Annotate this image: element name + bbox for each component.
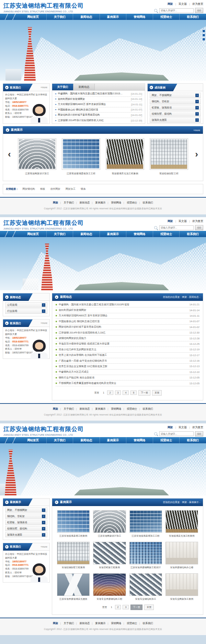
pagination-first[interactable]: 首页	[93, 390, 100, 395]
sidebar-item-company-news[interactable]: 公司新闻	[5, 302, 47, 308]
banner-dot[interactable]	[202, 38, 205, 41]
case-card[interactable]: 安迪承接钢结构办公楼	[165, 542, 198, 569]
news-title[interactable]: 不锈钢网架工程质量直接影响着建筑结构及使用安全	[59, 382, 187, 385]
nav-item-network[interactable]: 营销网络	[126, 14, 153, 20]
banner-dot[interactable]	[202, 34, 205, 37]
footer-link-keyword[interactable]: 网架	[53, 407, 58, 410]
news-row[interactable]: 不锈钢网架工程质量直接影响着建筑结构及使用安全13-12-05	[56, 380, 199, 386]
case-card[interactable]: 安迪专业承接钢结构工程	[93, 573, 126, 601]
footer-link-cases[interactable]: 案例展示	[95, 622, 106, 625]
category-item[interactable]: 钢结构、管桁架	[150, 99, 201, 104]
nav-item-jobs[interactable]: 招贤纳士	[153, 231, 180, 237]
search-go-button[interactable]: GO	[195, 225, 203, 230]
nav-item-network[interactable]: 营销网络	[126, 437, 153, 443]
footer-link-network[interactable]: 营销网络	[111, 407, 122, 410]
footer-link-jobs[interactable]: 招贤纳士	[127, 201, 137, 204]
arrow-button-icon[interactable]	[42, 521, 45, 524]
news-title[interactable]: 简单介绍几种常见的网架安装方法	[59, 348, 187, 351]
nav-item-about[interactable]: 关于我们	[46, 231, 73, 237]
news-row[interactable]: 江苏锡钢 2014年份计划实现销售收入33亿13-12-30	[56, 330, 199, 336]
footer-link-keyword[interactable]: 网架	[53, 201, 58, 204]
news-row[interactable]: 辛迪总部大楼存假冒钢筋 或成浙江最大假冒案13-12-25	[56, 341, 199, 347]
news-title[interactable]: 谈钢结构网架的抗震能力	[59, 337, 187, 340]
case-caption[interactable]: 江苏安迪承接玻璃采光屋面	[57, 597, 90, 601]
friend-link[interactable]: 网架钢结构	[23, 187, 35, 190]
category-item[interactable]: 网架、不锈钢网架	[150, 93, 201, 98]
nav-item-contact[interactable]: 联系我们	[179, 14, 206, 20]
news-title[interactable]: 中建钢构：国内最大室内主题公园工程主体封顶预计2015年迎客	[59, 303, 187, 306]
nav-item-cases[interactable]: 案例展示	[100, 231, 126, 237]
news-title[interactable]: 中国南极泰山站 钢结构主体已经封顶	[59, 320, 187, 323]
news-title[interactable]: 钢铁行业产能过剩 将出台新标准	[59, 376, 187, 379]
case-caption[interactable]: 安迪玻璃采光顶工程案例	[106, 172, 144, 175]
news-row[interactable]: 中建钢构：国内最大室内主题公园工程主体封顶预计2015年迎客14-01-21	[56, 302, 199, 307]
news-row[interactable]: 方大特钢折旧增利4800万 新年首家折旧钢企14-01-11	[56, 313, 199, 319]
footer-link-cases[interactable]: 案例展示	[95, 407, 106, 410]
case-caption[interactable]: 安迪承接钢结构办公楼	[165, 566, 198, 569]
news-title[interactable]: 中国南极泰山站 钢结构主体已经封顶	[58, 108, 129, 112]
friend-link[interactable]: 网架加工	[66, 187, 76, 190]
nav-item-news[interactable]: 新闻动态	[73, 437, 100, 443]
logo[interactable]: 江苏安迪钢结构工程有限公司 JIANGSU ANDY STEEL STRUCTU…	[3, 2, 84, 13]
case-thumbnail[interactable]	[18, 138, 56, 170]
nav-item-cases[interactable]: 案例展示	[100, 437, 126, 443]
news-title[interactable]: 方大特钢折旧增利4800万 新年首家折旧钢企	[59, 314, 187, 317]
tab-news[interactable]: 新闻动态	[73, 84, 95, 90]
arrow-button-icon[interactable]	[42, 303, 45, 307]
nav-item-news[interactable]: 新闻动态	[73, 14, 100, 20]
pagination-page[interactable]: 2	[107, 390, 113, 395]
pagination-page[interactable]: 4	[123, 390, 129, 395]
footer-link-news[interactable]: 新闻动态	[79, 407, 90, 410]
category-item[interactable]: 网架、不锈钢网架	[5, 507, 47, 513]
case-thumbnail[interactable]	[106, 138, 144, 170]
contact-more-link[interactable]: +more	[41, 86, 47, 89]
news-title[interactable]: 中建钢构：国内最大室内主题公园工程主体封顶预计2015…	[58, 92, 129, 95]
contact-more-link[interactable]: +more	[41, 322, 47, 324]
case-caption[interactable]: 江苏安迪承接钢网架工程设计	[129, 566, 162, 569]
pagination-next[interactable]: 下一页	[138, 390, 150, 396]
case-card[interactable]: 江苏安迪承接玻璃采光屋面	[57, 573, 90, 601]
search-input[interactable]	[159, 8, 194, 13]
case-caption[interactable]: 江苏安迪玻璃幕墙工程案例	[57, 534, 90, 538]
news-row[interactable]: 世界上最大的伞形钢构 在河南郑州下线施工13-12-17	[56, 353, 199, 358]
pagination-page[interactable]: 3	[123, 605, 129, 609]
carousel-prev-icon[interactable]	[8, 150, 11, 159]
news-title[interactable]: 世界五百强企业宝钢集团 10亿项目花落卫辉	[59, 365, 187, 368]
category-item[interactable]: 轻钢别墅、膜结构	[150, 111, 201, 117]
arrow-button-icon[interactable]	[42, 533, 45, 537]
case-caption[interactable]: 安迪专业承接钢结构工程	[93, 597, 126, 601]
nav-item-home[interactable]: 网站首页	[20, 437, 46, 443]
case-card[interactable]: 安迪轻钢别墅工程案例	[57, 542, 90, 569]
category-item[interactable]: 钢结构、管桁架	[5, 514, 47, 519]
footer-link-news[interactable]: 新闻动态	[79, 201, 90, 204]
footer-link-network[interactable]: 营销网络	[111, 622, 122, 625]
news-row[interactable]: 网架结构设计的时候不要采用单层结构14-01-02	[56, 325, 199, 330]
pagination-page[interactable]: 2	[115, 605, 121, 609]
category-item[interactable]: 玻璃采光屋面	[5, 532, 47, 538]
case-thumbnail[interactable]	[62, 138, 100, 170]
news-row[interactable]: 中国南极泰山站 钢结构主体已经封顶[14-01-07]	[55, 107, 142, 113]
news-row[interactable]: 中建钢构：国内最大室内主题公园工程主体封顶预计2015…[14-01-21]	[55, 91, 142, 97]
top-link-set-homepage[interactable]: 设为首页	[192, 2, 203, 6]
arrow-button-icon[interactable]	[42, 309, 45, 313]
footer-link-jobs[interactable]: 招贤纳士	[127, 622, 137, 625]
top-link-home-keyword[interactable]: 网架	[168, 2, 173, 6]
top-link-english[interactable]: 英文版	[179, 219, 187, 223]
footer-link-about[interactable]: 关于我们	[64, 201, 74, 204]
nav-item-about[interactable]: 关于我们	[46, 14, 73, 20]
nav-item-home[interactable]: 网站首页	[20, 14, 46, 20]
pagination-last[interactable]: 末页	[152, 390, 162, 396]
arrow-button-icon[interactable]	[195, 112, 199, 116]
case-caption[interactable]: 江苏安迪网架设计加工	[93, 534, 126, 538]
footer-link-contact[interactable]: 联系我们	[143, 407, 153, 410]
carousel-slide[interactable]: 安迪玻璃采光顶工程案例	[106, 138, 144, 175]
news-title[interactable]: 广西在建第一高楼 南宁龙光世纪钢结构开吊	[59, 359, 187, 363]
nav-item-about[interactable]: 关于我们	[46, 437, 73, 443]
news-title[interactable]: 世界上最大的伞形钢构 在河南郑州下线施工	[59, 353, 187, 357]
pagination-next[interactable]: 下一页	[130, 605, 142, 610]
friend-link[interactable]: 模板	[40, 187, 45, 190]
case-caption[interactable]: 安迪专业网架加工案例	[165, 597, 198, 601]
search-go-button[interactable]: GO	[195, 431, 203, 436]
case-caption[interactable]: 安迪轻钢别墅工程	[150, 172, 188, 175]
case-caption[interactable]: 江苏安迪玻璃幕墙加工工程	[129, 534, 162, 538]
